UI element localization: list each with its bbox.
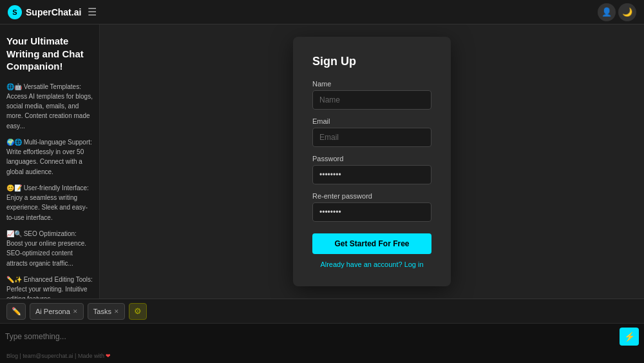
main-content: Your Ultimate Writing and Chat Companion… <box>0 25 644 299</box>
topbar-right: 👤 🌙 <box>598 3 636 21</box>
topbar: S SuperChat.ai ☰ 👤 🌙 <box>0 0 644 25</box>
ai-persona-close-icon[interactable]: ✕ <box>73 308 78 315</box>
hamburger-icon[interactable]: ☰ <box>88 6 97 18</box>
ai-persona-label: Ai Persona <box>35 308 70 315</box>
chat-input[interactable] <box>5 332 614 341</box>
sidebar-title: Your Ultimate Writing and Chat Companion… <box>6 35 93 73</box>
name-form-group: Name <box>312 80 431 110</box>
bottom-toolbar: ✏️ Ai Persona ✕ Tasks ✕ ⚙ <box>0 299 644 323</box>
footer: Blog | team@superchat.ai | Made with ❤ <box>0 349 644 363</box>
gear-button[interactable]: ⚙ <box>129 303 147 320</box>
email-input[interactable] <box>312 128 431 147</box>
email-form-group: Email <box>312 117 431 147</box>
tasks-tag[interactable]: Tasks ✕ <box>88 303 125 320</box>
sidebar-feature-2: 🌍🌐 Multi-language Support: Write effortl… <box>6 137 93 177</box>
repassword-form-group: Re-enter password <box>312 192 431 222</box>
bottom-input-bar: ⚡ <box>0 323 644 349</box>
footer-team-link[interactable]: team@superchat.ai <box>23 353 73 359</box>
logo: S SuperChat.ai <box>8 5 81 19</box>
sidebar: Your Ultimate Writing and Chat Companion… <box>0 25 100 299</box>
password-form-group: Password <box>312 155 431 184</box>
repassword-label: Re-enter password <box>312 192 431 200</box>
repassword-input[interactable] <box>312 202 431 222</box>
signup-title: Sign Up <box>312 55 431 68</box>
send-button[interactable]: ⚡ <box>620 328 639 346</box>
password-label: Password <box>312 155 431 162</box>
name-label: Name <box>312 80 431 88</box>
sidebar-feature-5: ✏️✨ Enhanced Editing Tools: Perfect your… <box>6 275 93 299</box>
email-label: Email <box>312 117 431 125</box>
center-area: Sign Up Name Email Password Re-enter pas… <box>100 25 644 299</box>
topbar-icons: 👤 🌙 <box>598 3 636 21</box>
topbar-left: S SuperChat.ai ☰ <box>8 5 97 19</box>
modal-overlay: Sign Up Name Email Password Re-enter pas… <box>100 25 644 299</box>
sidebar-feature-3: 😊📝 User-friendly Interface: Enjoy a seam… <box>6 183 93 222</box>
get-started-button[interactable]: Get Started For Free <box>312 233 431 254</box>
tasks-close-icon[interactable]: ✕ <box>114 308 119 315</box>
footer-separator-1: | <box>18 353 23 359</box>
logo-icon: S <box>8 5 22 19</box>
tasks-label: Tasks <box>93 308 111 315</box>
footer-made-with: Made with <box>78 353 104 359</box>
password-input[interactable] <box>312 165 431 184</box>
toolbar-icon-btn[interactable]: ✏️ <box>6 303 26 320</box>
login-link[interactable]: Already have an account? Log in <box>312 260 431 268</box>
name-input[interactable] <box>312 90 431 110</box>
theme-toggle-btn[interactable]: 🌙 <box>618 3 636 21</box>
user-icon-btn[interactable]: 👤 <box>598 3 616 21</box>
logo-text: SuperChat.ai <box>26 7 81 17</box>
footer-separator-2: | <box>73 353 78 359</box>
sidebar-feature-1: 🌐🤖 Versatile Templates: Access AI templa… <box>6 82 93 131</box>
footer-blog-link[interactable]: Blog <box>6 353 18 359</box>
footer-heart-icon: ❤ <box>104 353 111 359</box>
signup-modal: Sign Up Name Email Password Re-enter pas… <box>293 37 451 286</box>
sidebar-feature-4: 📈🔍 SEO Optimization: Boost your online p… <box>6 229 93 268</box>
ai-persona-tag[interactable]: Ai Persona ✕ <box>30 303 84 320</box>
